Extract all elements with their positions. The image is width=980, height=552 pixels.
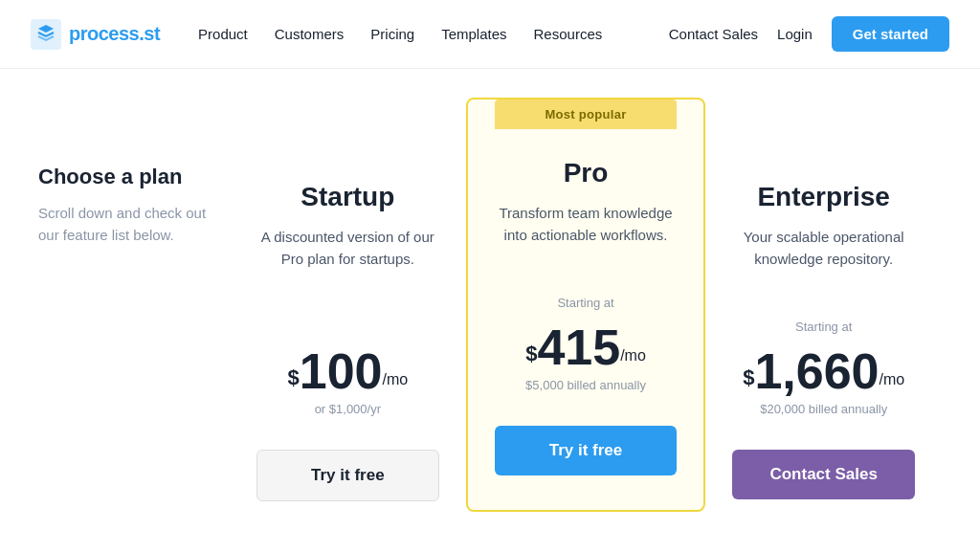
pro-price-amount: 415 <box>537 322 620 372</box>
startup-plan-name: Startup <box>301 182 394 212</box>
enterprise-plan-card: Enterprise Your scalable operational kno… <box>705 107 942 534</box>
pro-price-period: /mo <box>620 347 646 364</box>
choose-plan-title: Choose a plan <box>38 165 211 189</box>
pro-price-billing: $5,000 billed annually <box>525 378 646 397</box>
enterprise-plan-description: Your scalable operational knowledge repo… <box>732 226 915 293</box>
logo[interactable]: process.st <box>31 19 160 50</box>
pro-price-dollar: $ <box>525 343 537 364</box>
nav-product[interactable]: Product <box>198 26 248 42</box>
logo-text: process.st <box>69 23 160 45</box>
startup-price-amount: 100 <box>300 346 383 396</box>
navbar: process.st Product Customers Pricing Tem… <box>0 0 980 69</box>
get-started-button[interactable]: Get started <box>832 16 949 52</box>
contact-sales-link[interactable]: Contact Sales <box>669 26 758 42</box>
nav-right: Contact Sales Login Get started <box>669 16 949 52</box>
intro-column: Choose a plan Scroll down and check out … <box>38 107 230 246</box>
pro-price-row: $ 415 /mo <box>525 322 646 372</box>
nav-links: Product Customers Pricing Templates Reso… <box>198 26 669 42</box>
startup-price-row: $ 100 /mo <box>287 346 408 396</box>
enterprise-price-amount: 1,660 <box>754 346 879 396</box>
startup-plan-description: A discounted version of our Pro plan for… <box>256 226 439 293</box>
startup-plan-card: Startup A discounted version of our Pro … <box>230 107 466 536</box>
pro-plan-name: Pro <box>564 158 609 188</box>
logo-icon <box>31 19 61 50</box>
startup-cta-button[interactable]: Try it free <box>256 450 439 501</box>
nav-customers[interactable]: Customers <box>275 26 345 42</box>
startup-price-period: /mo <box>383 371 409 388</box>
enterprise-price-row: $ 1,660 /mo <box>743 346 904 396</box>
pricing-section: Choose a plan Scroll down and check out … <box>0 69 980 552</box>
enterprise-price-period: /mo <box>880 371 905 388</box>
enterprise-price-dollar: $ <box>743 367 754 388</box>
nav-pricing[interactable]: Pricing <box>370 26 414 42</box>
startup-price-billing: or $1,000/yr <box>315 402 381 421</box>
pro-cta-button[interactable]: Try it free <box>495 426 678 475</box>
enterprise-plan-name: Enterprise <box>757 182 890 212</box>
most-popular-badge: Most popular <box>495 99 678 129</box>
enterprise-cta-button[interactable]: Contact Sales <box>732 450 915 499</box>
nav-templates[interactable]: Templates <box>441 26 506 42</box>
intro-description: Scroll down and check out our feature li… <box>38 203 211 246</box>
pro-starting-at: Starting at <box>557 296 613 315</box>
nav-resources[interactable]: Resources <box>534 26 603 42</box>
svg-rect-0 <box>31 19 61 50</box>
enterprise-starting-at: Starting at <box>795 320 852 339</box>
pro-plan-card: Most popular Pro Transform team knowledg… <box>466 98 706 512</box>
startup-price-dollar: $ <box>287 367 299 388</box>
pro-plan-description: Transform team knowledge into actionable… <box>495 202 678 269</box>
plans-area: Startup A discounted version of our Pro … <box>230 107 942 536</box>
enterprise-price-billing: $20,000 billed annually <box>760 402 887 421</box>
login-link[interactable]: Login <box>777 26 813 42</box>
